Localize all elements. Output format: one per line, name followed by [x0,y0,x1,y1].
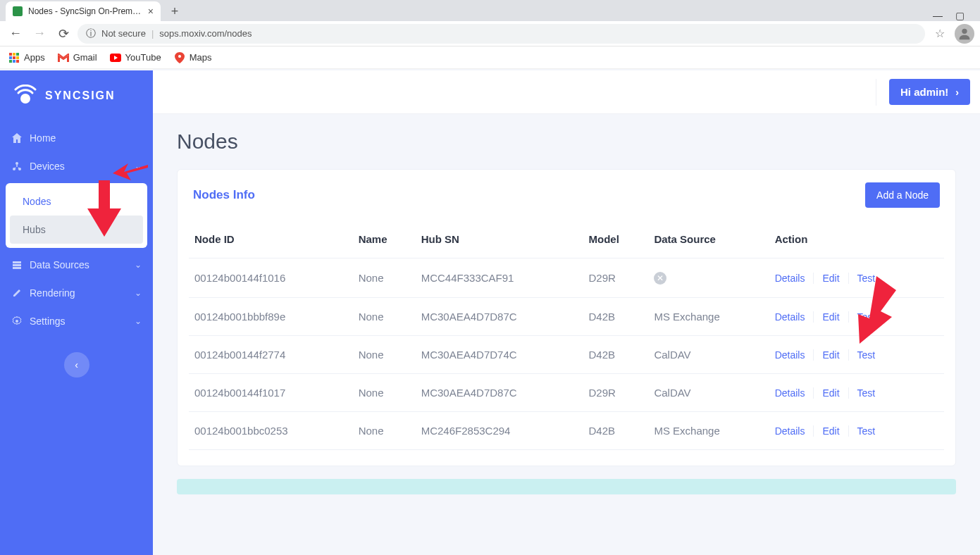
svg-rect-16 [13,261,21,263]
bookmark-youtube[interactable]: YouTube [110,52,161,63]
cell-name: None [353,336,416,374]
svg-rect-7 [9,60,12,63]
data-source-value: CalDAV [654,387,690,399]
chevron-down-icon: ⌄ [135,260,142,270]
action-edit-link[interactable]: Edit [814,425,848,437]
table-row: 00124b00144f2774 None MC30AEA4D7D74C D42… [189,336,944,374]
action-details-link[interactable]: Details [775,349,814,361]
security-label: Not secure [101,28,146,39]
svg-rect-17 [13,264,21,266]
divider [876,79,876,106]
browser-chrome: Nodes - SyncSign On-Premise Se × + — ▢ ←… [0,0,980,69]
sidebar-item-data-sources[interactable]: Data Sources ⌄ [0,251,153,279]
cell-node-id: 00124b00144f1017 [189,374,353,412]
svg-rect-3 [16,53,19,56]
sidebar-item-rendering[interactable]: Rendering ⌄ [0,279,153,307]
svg-rect-1 [9,53,12,56]
gmail-icon [58,52,69,63]
chevron-right-icon: › [955,87,959,98]
action-test-link[interactable]: Test [849,387,876,399]
cell-hub-sn: MC30AEA4D7D87C [416,374,583,412]
tab-title: Nodes - SyncSign On-Premise Se [28,6,142,16]
cell-name: None [353,258,416,298]
cell-name: None [353,412,416,450]
sidebar-item-home[interactable]: Home [0,124,153,152]
favicon-icon [13,6,23,16]
cell-hub-sn: MC246F2853C294 [416,412,583,450]
cell-model: D42B [583,298,649,336]
cell-data-source: CalDAV [648,374,769,412]
cell-name: None [353,374,416,412]
sidebar-item-settings[interactable]: Settings ⌄ [0,307,153,335]
cell-name: None [353,298,416,336]
cell-model: D29R [583,374,649,412]
cell-node-id: 00124b001bbc0253 [189,412,353,450]
action-edit-link[interactable]: Edit [814,273,848,284]
cell-node-id: 00124b001bbbf89e [189,298,353,336]
cell-data-source: CalDAV [648,336,769,374]
cell-action: Details Edit Test [769,374,944,412]
bookmark-star-icon[interactable]: ☆ [929,27,950,40]
action-details-link[interactable]: Details [775,425,814,437]
action-details-link[interactable]: Details [775,387,814,399]
profile-avatar-button[interactable] [955,24,974,44]
action-test-link[interactable]: Test [849,425,876,437]
chevron-down-icon: ⌄ [135,288,142,298]
action-test-link[interactable]: Test [849,349,876,361]
action-details-link[interactable]: Details [775,273,814,284]
nodes-table: Node ID Name Hub SN Model Data Source Ac… [189,220,944,450]
forward-button: → [30,24,49,44]
svg-rect-9 [16,60,19,63]
col-name: Name [353,220,416,258]
table-row: 00124b00144f1016 None MCC44F333CAF91 D29… [189,258,944,298]
devices-icon [11,161,23,172]
action-edit-link[interactable]: Edit [814,311,848,323]
table-row: 00124b00144f1017 None MC30AEA4D7D87C D29… [189,374,944,412]
data-source-value: CalDAV [654,349,690,361]
info-icon: ⓘ [86,27,96,40]
cell-action: Details Edit Test [769,412,944,450]
action-edit-link[interactable]: Edit [814,349,848,361]
browser-tab[interactable]: Nodes - SyncSign On-Premise Se × [6,1,161,21]
svg-rect-5 [13,56,15,59]
collapse-sidebar-button[interactable]: ‹ [64,352,89,378]
topbar: Hi admin! › [153,70,980,114]
cell-model: D29R [583,258,649,298]
svg-rect-18 [13,267,21,269]
add-node-button[interactable]: Add a Node [865,182,940,208]
cell-data-source: MS Exchange [648,298,769,336]
user-menu-button[interactable]: Hi admin! › [889,79,970,105]
new-tab-button[interactable]: + [165,1,185,21]
close-tab-icon[interactable]: × [148,6,154,17]
nodes-card: Nodes Info Add a Node Node ID Name Hub S… [177,169,956,466]
brand[interactable]: SYNCSIGN [0,85,153,124]
col-node-id: Node ID [189,220,353,258]
action-edit-link[interactable]: Edit [814,387,848,399]
svg-point-13 [15,162,18,165]
window-maximize-icon[interactable]: ▢ [955,10,965,21]
back-button[interactable]: ← [6,24,25,44]
address-bar[interactable]: ⓘ Not secure | sops.moxiv.com/nodes [77,24,925,44]
data-source-value: MS Exchange [654,425,719,437]
brand-logo-icon [14,85,37,107]
window-minimize-icon[interactable]: — [933,10,943,21]
col-model: Model [583,220,649,258]
cell-model: D42B [583,336,649,374]
cell-hub-sn: MCC44F333CAF91 [416,258,583,298]
bookmark-apps[interactable]: Apps [8,52,45,63]
action-details-link[interactable]: Details [775,311,814,323]
table-row: 00124b001bbc0253 None MC246F2853C294 D42… [189,412,944,450]
url-text: sops.moxiv.com/nodes [159,28,252,39]
cell-hub-sn: MC30AEA4D7D87C [416,298,583,336]
sidebar: SYNCSIGN Home Devices ⌄ Nodes Hubs [0,70,153,555]
cell-hub-sn: MC30AEA4D7D74C [416,336,583,374]
cell-data-source: MS Exchange [648,412,769,450]
col-data-source: Data Source [648,220,769,258]
page-title: Nodes [177,130,956,154]
brand-text: SYNCSIGN [45,89,116,102]
bookmark-maps[interactable]: Maps [174,52,212,63]
gear-icon [11,316,23,327]
bookmark-gmail[interactable]: Gmail [58,52,97,63]
alert-strip [177,479,956,494]
reload-button[interactable]: ⟳ [54,24,73,44]
